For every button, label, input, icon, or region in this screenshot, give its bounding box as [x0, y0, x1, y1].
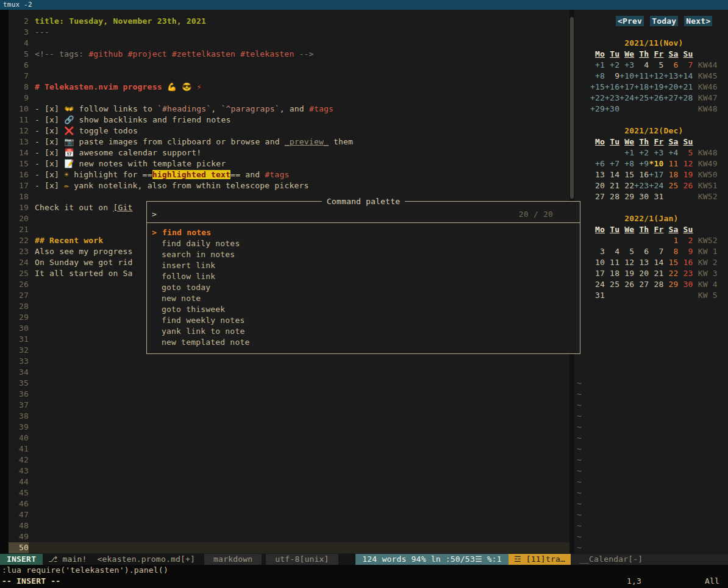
calendar-day[interactable]: 14 — [605, 170, 619, 179]
calendar-day[interactable]: 26 — [619, 280, 634, 289]
palette-item[interactable]: new templated note — [147, 337, 580, 348]
palette-item[interactable]: search in notes — [147, 249, 580, 260]
calendar-day[interactable]: 21 — [605, 181, 619, 190]
palette-item-selected[interactable]: >find notes — [147, 227, 580, 238]
calendar-day[interactable]: 20 — [634, 269, 649, 278]
calendar-day[interactable]: 3 — [590, 247, 605, 256]
calendar-day[interactable]: +26 — [649, 93, 663, 102]
calendar-day[interactable]: +10 — [619, 71, 634, 80]
calendar-day[interactable]: +21 — [679, 82, 693, 91]
calendar-day[interactable]: 5 — [619, 247, 634, 256]
palette-item[interactable]: new note — [147, 293, 580, 304]
calendar-day[interactable]: +20 — [663, 82, 678, 91]
palette-item[interactable]: goto thisweek — [147, 304, 580, 315]
calendar-day[interactable]: 4 — [634, 60, 649, 69]
calendar-day[interactable]: 11 — [605, 258, 619, 267]
palette-item[interactable]: insert link — [147, 260, 580, 271]
calendar-day[interactable]: 22 — [663, 269, 678, 278]
calendar-day[interactable]: +14 — [679, 71, 693, 80]
calendar-day[interactable]: +12 — [649, 71, 663, 80]
calendar-day[interactable]: +1 — [619, 148, 634, 157]
calendar-day[interactable]: +15 — [590, 82, 605, 91]
calendar-day[interactable]: +8 — [619, 159, 634, 168]
calendar-day[interactable]: 12 — [679, 159, 693, 168]
palette-item[interactable]: find weekly notes — [147, 315, 580, 326]
calendar-day[interactable]: 16 — [634, 170, 649, 179]
calendar-day[interactable]: 14 — [649, 258, 663, 267]
calendar-day[interactable]: 5 — [649, 60, 663, 69]
calendar-day[interactable]: 18 — [605, 269, 619, 278]
calendar-day[interactable]: +17 — [649, 170, 663, 179]
calendar-day[interactable]: +24 — [649, 181, 663, 190]
calendar-day[interactable]: +16 — [605, 82, 619, 91]
calendar-day[interactable]: +30 — [605, 104, 619, 113]
calendar-day[interactable]: 7 — [679, 60, 693, 69]
calendar-day[interactable]: +23 — [634, 181, 649, 190]
calendar-day[interactable]: 15 — [619, 170, 634, 179]
calendar-day[interactable]: +2 — [634, 148, 649, 157]
calendar-day[interactable]: 4 — [605, 247, 619, 256]
calendar-day[interactable]: 22 — [619, 181, 634, 190]
calendar-day[interactable]: 20 — [590, 181, 605, 190]
command-line[interactable]: :lua require('telekasten').panel() — [0, 565, 728, 576]
calendar-day[interactable]: 31 — [649, 192, 663, 201]
calendar-day[interactable]: +3 — [649, 148, 663, 157]
calendar-today-button[interactable]: Today — [650, 16, 678, 26]
calendar-day[interactable]: +9 — [634, 159, 649, 168]
calendar-day[interactable]: +22 — [590, 93, 605, 102]
calendar-day[interactable]: 8 — [663, 247, 678, 256]
calendar-day[interactable]: +13 — [663, 71, 678, 80]
calendar-day[interactable]: 15 — [663, 258, 678, 267]
calendar-day[interactable]: 21 — [649, 269, 663, 278]
calendar-day[interactable]: +1 — [590, 60, 605, 69]
calendar-day[interactable]: 19 — [619, 269, 634, 278]
calendar-day[interactable]: 6 — [634, 247, 649, 256]
calendar-day[interactable]: +8 — [590, 71, 605, 80]
calendar-day[interactable]: +25 — [634, 93, 649, 102]
calendar-day[interactable]: *10 — [649, 159, 663, 168]
palette-item[interactable]: follow link — [147, 271, 580, 282]
calendar-day[interactable]: +27 — [663, 93, 678, 102]
calendar-day[interactable]: 23 — [679, 269, 693, 278]
palette-item[interactable]: yank link to note — [147, 326, 580, 337]
calendar-next-button[interactable]: Next> — [684, 16, 712, 26]
calendar-day[interactable]: +28 — [679, 93, 693, 102]
calendar-prev-button[interactable]: <Prev — [616, 16, 644, 26]
calendar-day[interactable]: 9 — [605, 71, 619, 80]
palette-item[interactable]: find daily notes — [147, 238, 580, 249]
calendar-day[interactable]: 13 — [634, 258, 649, 267]
scrollbar-thumb[interactable] — [570, 17, 574, 199]
calendar-day[interactable]: 11 — [663, 159, 678, 168]
calendar-day[interactable]: 9 — [679, 247, 693, 256]
calendar-day[interactable]: +7 — [605, 159, 619, 168]
calendar-day[interactable]: +24 — [619, 93, 634, 102]
calendar-day[interactable]: +19 — [649, 82, 663, 91]
calendar-day[interactable]: 1 — [663, 236, 678, 245]
calendar-day[interactable]: +29 — [590, 104, 605, 113]
calendar-day[interactable]: 26 — [679, 181, 693, 190]
calendar-day[interactable]: +2 — [605, 60, 619, 69]
calendar-day[interactable]: 16 — [679, 258, 693, 267]
calendar-day[interactable]: 27 — [590, 192, 605, 201]
calendar-day[interactable]: 29 — [619, 192, 634, 201]
calendar-day[interactable]: 30 — [679, 280, 693, 289]
calendar-day[interactable]: 7 — [649, 247, 663, 256]
calendar-day[interactable]: 13 — [590, 170, 605, 179]
calendar-day[interactable]: +11 — [634, 71, 649, 80]
calendar-day[interactable]: 5 — [679, 148, 693, 157]
calendar-day[interactable]: 2 — [679, 236, 693, 245]
calendar-day[interactable]: +4 — [663, 148, 678, 157]
calendar-day[interactable]: 19 — [679, 170, 693, 179]
calendar-day[interactable]: 24 — [590, 280, 605, 289]
calendar-day[interactable]: 10 — [590, 258, 605, 267]
calendar-day[interactable]: 28 — [649, 280, 663, 289]
palette-item[interactable]: goto today — [147, 282, 580, 293]
calendar-day[interactable]: 25 — [663, 181, 678, 190]
calendar-day[interactable]: +6 — [590, 159, 605, 168]
calendar-day[interactable]: 25 — [605, 280, 619, 289]
calendar-day[interactable]: 31 — [590, 291, 605, 300]
calendar-day[interactable]: +18 — [634, 82, 649, 91]
calendar-day[interactable]: 28 — [605, 192, 619, 201]
calendar-day[interactable]: +3 — [619, 60, 634, 69]
calendar-day[interactable]: 12 — [619, 258, 634, 267]
